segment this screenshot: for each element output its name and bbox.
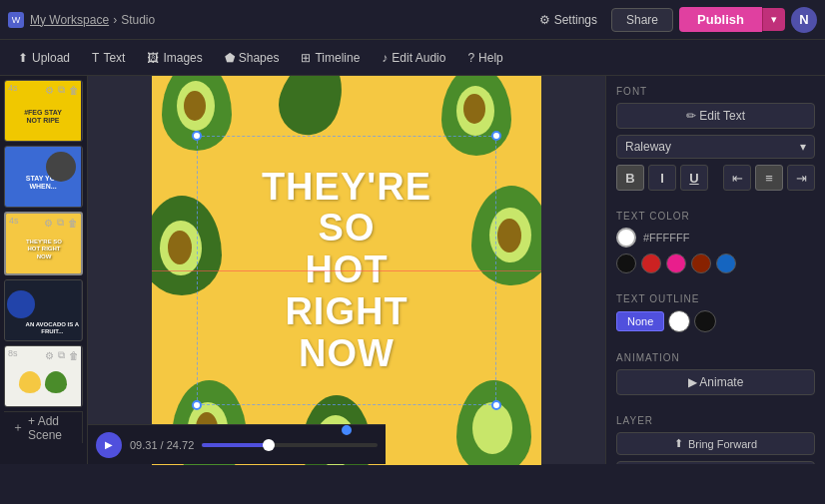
bold-button[interactable]: B [616,165,644,191]
color-swatch-preset4[interactable] [716,253,736,273]
align-right-button[interactable]: ⇥ [787,165,815,191]
play-button[interactable]: ▶ [96,432,122,458]
slide-copy-icon[interactable]: ⧉ [57,83,66,97]
slide-item-active[interactable]: 4s ⚙ ⧉ 🗑 THEY'RE SOHOT RIGHTNOW [4,212,83,275]
slide-actions: ⚙ ⧉ 🗑 [44,348,80,362]
top-bar: W My Workspace › Studio ⚙ Settings Share… [0,0,825,40]
layer-row-1: ⬆ Bring Forward [616,432,815,455]
chevron-down-icon: ▾ [800,140,806,154]
timeline-progress [202,443,268,447]
animate-button[interactable]: ▶ Animate [616,369,815,395]
help-button[interactable]: ? Help [457,47,512,69]
selection-box [197,136,496,405]
outline-swatch-white[interactable] [668,310,690,332]
layer-row-2: ⬇ Send Backward [616,461,815,464]
shapes-button[interactable]: ⬟ Shapes [215,47,290,69]
text-outline-section: TEXT OUTLINE None [616,293,815,332]
bring-forward-icon: ⬆ [674,437,683,450]
outline-none-button[interactable]: None [616,311,664,331]
outline-swatch-black[interactable] [694,310,716,332]
slide-duration: 4s [8,83,18,93]
slide-delete-icon[interactable]: 🗑 [68,83,80,97]
font-section: FONT ✏ Edit Text Raleway ▾ B I U ⇤ ≡ ⇥ [616,86,815,191]
slide-copy-icon[interactable]: ⧉ [57,348,66,362]
text-icon: T [92,51,99,65]
text-outline-label: TEXT OUTLINE [616,293,815,304]
add-scene-button[interactable]: ＋ + Add Scene [4,411,83,443]
publish-dropdown-button[interactable]: ▾ [762,8,785,31]
text-button[interactable]: T Text [82,47,135,69]
layer-label: LAYER [616,415,815,426]
slide-actions: ⚙ ⧉ 🗑 [44,83,80,97]
slide-item[interactable]: 4s ⚙ ⧉ 🗑 #FEG STAYNOT RIPE [4,80,83,142]
handle-top-right[interactable] [491,131,501,141]
edit-text-button[interactable]: ✏ Edit Text [616,103,815,129]
publish-button[interactable]: Publish [679,7,762,32]
timeline-button[interactable]: ⊞ Timeline [291,47,370,69]
underline-button[interactable]: U [680,165,708,191]
canvas-area[interactable]: THEY'RE SOHOT RIGHTNOW ▶ 09.31 / 24.72 [88,76,605,464]
slide-settings-icon[interactable]: ⚙ [43,216,54,230]
align-center-button[interactable]: ≡ [755,165,783,191]
breadcrumb: W My Workspace › Studio [8,12,155,28]
images-button[interactable]: 🖼 Images [137,47,212,69]
help-label: Help [478,51,503,65]
avatar[interactable]: N [791,7,817,33]
handle-top-left[interactable] [192,131,202,141]
help-icon: ? [467,51,474,65]
shapes-label: Shapes [239,51,280,65]
slides-panel: 4s ⚙ ⧉ 🗑 #FEG STAYNOT RIPE 4s ⚙ ⧉ 🗑 STAY… [0,76,88,464]
handle-bottom-right[interactable] [491,400,501,410]
upload-label: Upload [32,51,70,65]
bring-forward-button[interactable]: ⬆ Bring Forward [616,432,815,455]
add-scene-label: + Add Scene [28,414,74,442]
color-swatch-black[interactable] [616,253,636,273]
edit-audio-button[interactable]: ♪ Edit Audio [372,47,455,69]
timeline-icon: ⊞ [301,51,311,65]
shapes-icon: ⬟ [225,51,235,65]
slide-item[interactable]: 8s ⚙ ⧉ 🗑 [4,345,83,407]
color-presets [616,253,815,273]
text-label: Text [103,51,125,65]
color-swatch-preset2[interactable] [666,253,686,273]
color-swatch-white[interactable] [616,228,636,248]
slide-delete-icon[interactable]: 🗑 [68,348,80,362]
canvas-image[interactable]: THEY'RE SOHOT RIGHTNOW [152,76,541,465]
handle-bottom-left[interactable] [192,400,202,410]
font-selector[interactable]: Raleway ▾ [616,135,815,159]
images-icon: 🖼 [147,51,159,65]
align-left-button[interactable]: ⇤ [723,165,751,191]
breadcrumb-current: Studio [121,13,155,27]
slide-settings-icon[interactable]: ⚙ [44,348,55,362]
send-backward-button[interactable]: ⬇ Send Backward [616,461,815,464]
timeline-label: Timeline [315,51,360,65]
upload-button[interactable]: ⬆ Upload [8,47,80,69]
slide-item[interactable]: 4s ⚙ ⧉ 🗑 STAY YOUWHEN... [4,146,83,208]
timeline-thumb[interactable] [263,439,275,451]
right-panel: FONT ✏ Edit Text Raleway ▾ B I U ⇤ ≡ ⇥ T… [605,76,825,464]
slide-duration: 4s [9,216,19,226]
workspace-link[interactable]: My Workspace [30,13,109,27]
settings-button[interactable]: ⚙ Settings [531,9,605,31]
main-area: 4s ⚙ ⧉ 🗑 #FEG STAYNOT RIPE 4s ⚙ ⧉ 🗑 STAY… [0,76,825,464]
handle-bottom-middle[interactable] [342,425,352,435]
slide-delete-icon[interactable]: 🗑 [67,216,79,230]
share-button[interactable]: Share [611,8,673,32]
slide-copy-icon[interactable]: ⧉ [56,216,65,230]
canvas-container: THEY'RE SOHOT RIGHTNOW [152,76,541,465]
time-display: 09.31 / 24.72 [130,439,194,451]
breadcrumb-icon: W [8,12,24,28]
animation-label: ANIMATION [616,352,815,363]
layer-section: LAYER ⬆ Bring Forward ⬇ Send Backward ⧉ … [616,415,815,464]
italic-button[interactable]: I [648,165,676,191]
color-swatch-preset3[interactable] [691,253,711,273]
slide-item[interactable]: 3s ⚙ ⧉ 🗑 AN AVOCADO IS AFRUIT... [4,279,83,341]
color-swatch-preset1[interactable] [641,253,661,273]
color-row: #FFFFFF [616,228,815,248]
timeline-scrubber[interactable] [202,443,378,447]
color-hex: #FFFFFF [643,232,689,244]
slide-settings-icon[interactable]: ⚙ [44,83,55,97]
animation-section: ANIMATION ▶ Animate [616,352,815,395]
slide-actions: ⚙ ⧉ 🗑 [43,216,79,230]
outline-row: None [616,310,815,332]
